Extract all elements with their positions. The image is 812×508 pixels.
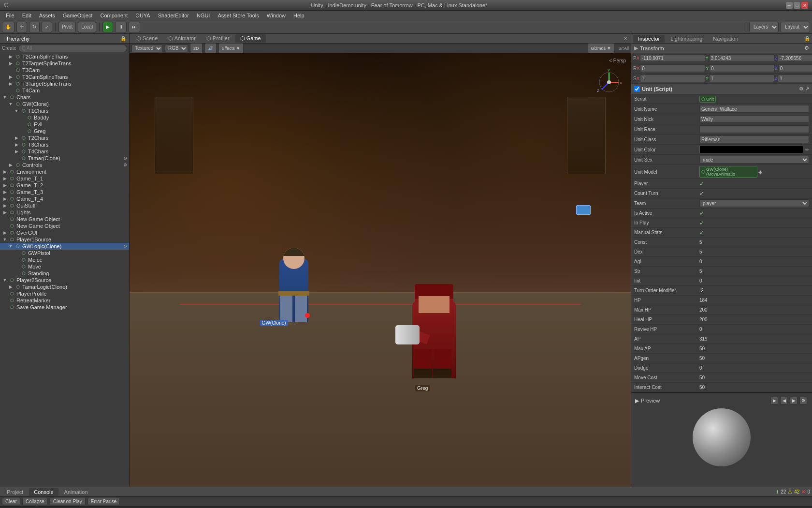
hierarchy-search[interactable] [18, 45, 127, 52]
hierarchy-item[interactable]: ⬡Greg [0, 128, 129, 134]
menu-item-ngui[interactable]: NGUI [193, 12, 214, 19]
layout-select[interactable]: Layout [781, 22, 810, 32]
team-select[interactable]: player enemy [699, 199, 809, 207]
hierarchy-lock-icon[interactable]: 🔒 [120, 36, 126, 41]
model-select-icon[interactable]: ◉ [758, 169, 763, 175]
tab-console[interactable]: Console [29, 488, 58, 496]
preview-settings-button[interactable]: ⚙ [799, 397, 807, 404]
unit-model-ref[interactable]: ⬡ GW(Clone) (MoveAnimatio [699, 166, 757, 178]
menu-item-component[interactable]: Component [96, 12, 131, 19]
color-edit-icon[interactable]: ✏ [805, 147, 809, 152]
hierarchy-item[interactable]: ⬡Save Game Manager [0, 304, 129, 311]
preview-prev-button[interactable]: ◀ [780, 397, 788, 404]
scale-tool-button[interactable]: ⤢ [42, 22, 52, 32]
menu-item-file[interactable]: File [2, 12, 18, 19]
pos-z-input[interactable] [778, 54, 812, 62]
rot-y-input[interactable] [709, 64, 774, 72]
hierarchy-item[interactable]: ⬡RetreatMarker [0, 297, 129, 304]
hierarchy-gear-icon[interactable]: ⚙ [123, 244, 127, 249]
tab-project[interactable]: Project [2, 488, 28, 496]
step-button[interactable]: ⏭ [129, 22, 140, 32]
hand-tool-button[interactable]: ✋ [2, 22, 14, 32]
local-button[interactable]: Local [78, 22, 96, 32]
pause-button[interactable]: ⏸ [115, 22, 127, 32]
hierarchy-item[interactable]: ⬡New Game Object [0, 223, 129, 229]
hierarchy-item[interactable]: ▶⬡Environment [0, 168, 129, 175]
pos-x-input[interactable] [640, 54, 705, 62]
hierarchy-gear-icon[interactable]: ⚙ [123, 163, 127, 167]
hierarchy-item[interactable]: ▼⬡T1Chars [0, 107, 129, 114]
minimize-button[interactable]: ─ [786, 2, 793, 9]
layers-select[interactable]: Layers [749, 22, 779, 32]
hierarchy-item[interactable]: ▶⬡TamarLogic(Clone) [0, 284, 129, 290]
maximize-button[interactable]: □ [794, 2, 800, 9]
unit-script-header[interactable]: Unit (Script) ⚙ ↗ [631, 84, 812, 94]
hierarchy-item[interactable]: ▶⬡T3CamSplineTrans [0, 74, 129, 80]
tab-animator[interactable]: ⬡ Animator [163, 34, 200, 43]
tab-lightmapping[interactable]: Lightmapping [666, 35, 707, 43]
hierarchy-item[interactable]: ⬡GWPistol [0, 250, 129, 256]
unit-race-input[interactable] [699, 125, 809, 133]
tab-navigation[interactable]: Navigation [708, 35, 743, 43]
menu-item-ouya[interactable]: OUYA [131, 12, 154, 19]
hierarchy-tab[interactable]: Hierarchy [3, 35, 33, 43]
hierarchy-gear-icon[interactable]: ⚙ [123, 156, 127, 161]
play-button[interactable]: ▶ [102, 22, 113, 32]
clear-on-play-button[interactable]: Clear on Play [50, 498, 86, 505]
hierarchy-item[interactable]: ▶⬡Lights [0, 209, 129, 216]
close-button[interactable]: ✕ [801, 2, 808, 9]
tab-inspector[interactable]: Inspector [633, 35, 665, 43]
hierarchy-item[interactable]: ⬡Standing [0, 270, 129, 277]
hierarchy-item[interactable]: ⬡Baddy [0, 114, 129, 121]
unit-sex-select[interactable]: male female [699, 156, 809, 164]
hierarchy-item[interactable]: ▶⬡Game_T_2 [0, 182, 129, 189]
hierarchy-item[interactable]: ⬡Tamar(Clone)⚙ [0, 155, 129, 162]
hierarchy-item[interactable]: ▶⬡Controls⚙ [0, 162, 129, 168]
hierarchy-item[interactable]: ▶⬡T2Chars [0, 134, 129, 141]
preview-play-button[interactable]: ▶ [770, 397, 778, 404]
menu-item-help[interactable]: Help [290, 12, 308, 19]
hierarchy-item[interactable]: ⬡Evil [0, 121, 129, 128]
rotate-tool-button[interactable]: ↻ [29, 22, 40, 32]
hierarchy-item[interactable]: ▼⬡GWLogic(Clone)⚙ [0, 243, 129, 250]
error-pause-button[interactable]: Error Pause [87, 498, 120, 505]
hierarchy-item[interactable]: ▶⬡T3Chars [0, 141, 129, 148]
hierarchy-item[interactable]: ⬡PlayerProfile [0, 290, 129, 297]
menu-item-shadereditor[interactable]: ShaderEditor [154, 12, 193, 19]
menu-item-assets[interactable]: Assets [35, 12, 59, 19]
menu-item-asset-store-tools[interactable]: Asset Store Tools [214, 12, 262, 19]
hierarchy-item[interactable]: ▶⬡GuiStuff [0, 202, 129, 209]
component-icon-1[interactable]: ⚙ [799, 86, 803, 91]
pos-y-input[interactable] [709, 54, 774, 62]
rgb-select[interactable]: RGB [165, 45, 188, 52]
textured-select[interactable]: Textured [131, 45, 163, 52]
move-tool-button[interactable]: ✛ [16, 22, 27, 32]
unit-nick-input[interactable] [699, 115, 809, 123]
hierarchy-item[interactable]: ▶⬡T2CamSplineTrans [0, 53, 129, 60]
hierarchy-item[interactable]: ▶⬡T3TargetSplineTrans [0, 80, 129, 87]
rot-x-input[interactable] [640, 64, 705, 72]
inspector-lock-icon[interactable]: 🔒 [804, 36, 810, 41]
unit-name-input[interactable] [699, 105, 809, 113]
hierarchy-item[interactable]: ⬡T3Cam [0, 67, 129, 74]
collapse-button[interactable]: Collapse [22, 498, 48, 505]
rot-z-input[interactable] [778, 64, 812, 72]
scale-z-input[interactable] [778, 75, 812, 82]
preview-next-button[interactable]: ▶ [790, 397, 798, 404]
hierarchy-item[interactable]: ⬡Move [0, 263, 129, 270]
hierarchy-item[interactable]: ▼⬡Chars [0, 94, 129, 101]
tab-game[interactable]: ⬡ Game [235, 34, 266, 43]
scale-x-input[interactable] [640, 75, 705, 82]
view-close-button[interactable]: ✕ [622, 36, 629, 41]
2d-button[interactable]: 2D [190, 43, 203, 54]
hierarchy-item[interactable]: ▼⬡Player1Source [0, 236, 129, 243]
component-icon-2[interactable]: ↗ [805, 86, 809, 91]
hierarchy-item[interactable]: ▶⬡Game_T_1 [0, 175, 129, 182]
hierarchy-item[interactable]: ▼⬡Player2Source [0, 277, 129, 284]
transform-settings-icon[interactable]: ⚙ [804, 45, 809, 51]
menu-item-window[interactable]: Window [263, 12, 290, 19]
tab-scene[interactable]: ⬡ Scene [131, 34, 162, 43]
hierarchy-item[interactable]: ▶⬡T4Chars [0, 148, 129, 155]
color-swatch[interactable] [699, 146, 803, 153]
hierarchy-item[interactable]: ⬡T4Cam [0, 87, 129, 94]
